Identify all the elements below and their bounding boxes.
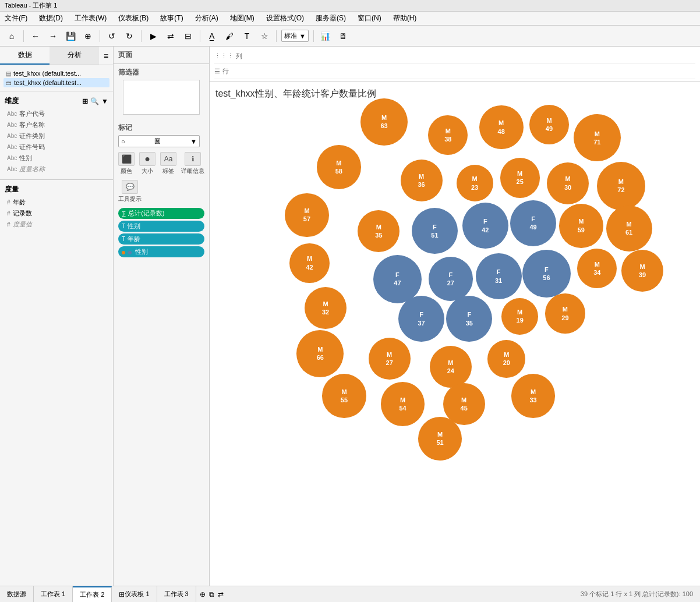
bubble-32[interactable]: M 24 bbox=[430, 346, 472, 388]
tab-worksheet2[interactable]: 工作表 2 bbox=[73, 586, 112, 602]
bubble-20[interactable]: F 27 bbox=[429, 257, 473, 301]
tab-worksheet1[interactable]: 工作表 1 bbox=[34, 586, 73, 602]
bubble-31[interactable]: M 27 bbox=[369, 338, 411, 380]
marks-size-btn[interactable]: ● 大小 bbox=[139, 152, 155, 175]
search-icon[interactable]: 🔍 bbox=[90, 97, 99, 105]
dim-gender[interactable]: Abc 性别 bbox=[2, 153, 111, 164]
device-btn[interactable]: 🖥 bbox=[336, 29, 350, 43]
fit-dropdown[interactable]: 标准 ▼ bbox=[281, 30, 309, 42]
bubble-15[interactable]: F 49 bbox=[510, 200, 556, 246]
bubble-6[interactable]: M 36 bbox=[401, 160, 443, 201]
tab-dashboard1[interactable]: ⊞ 仪表板 1 bbox=[112, 586, 157, 602]
marks-label-btn[interactable]: Aa 标签 bbox=[160, 152, 176, 175]
new-datasource-btn[interactable]: ⊕ bbox=[81, 29, 95, 43]
bubble-29[interactable]: M 29 bbox=[545, 293, 585, 333]
bubble-28[interactable]: M 19 bbox=[501, 298, 538, 335]
dimensions-header[interactable]: 维度 ⊞ 🔍 ▼ bbox=[2, 94, 111, 108]
dim-customer-id[interactable]: Abc 客户代号 bbox=[2, 108, 111, 119]
menu-file[interactable]: 文件(F) bbox=[2, 13, 30, 23]
menu-format[interactable]: 设置格式(O) bbox=[264, 13, 306, 23]
bubble-1[interactable]: M 38 bbox=[428, 115, 468, 155]
bubble-7[interactable]: M 23 bbox=[457, 165, 493, 201]
bubble-12[interactable]: M 35 bbox=[358, 210, 400, 252]
bubble-9[interactable]: M 30 bbox=[547, 162, 589, 204]
bubble-11[interactable]: M 57 bbox=[285, 193, 329, 238]
star-btn[interactable]: ☆ bbox=[257, 29, 271, 43]
save-btn[interactable]: 💾 bbox=[63, 29, 77, 43]
menu-map[interactable]: 地图(M) bbox=[228, 13, 257, 23]
dim-customer-name[interactable]: Abc 客户名称 bbox=[2, 119, 111, 130]
bubble-13[interactable]: F 51 bbox=[412, 208, 458, 254]
bubble-30[interactable]: M 66 bbox=[296, 330, 344, 377]
dim-cert-no[interactable]: Abc 证件号码 bbox=[2, 141, 111, 153]
bubble-16[interactable]: M 59 bbox=[559, 204, 603, 248]
measure-value[interactable]: # 度量值 bbox=[2, 219, 111, 230]
menu-story[interactable]: 故事(T) bbox=[158, 13, 185, 23]
bubble-5[interactable]: M 58 bbox=[317, 145, 361, 189]
bubble-38[interactable]: M 51 bbox=[418, 417, 462, 461]
bubble-0[interactable]: M 63 bbox=[360, 98, 408, 146]
bubble-17[interactable]: M 61 bbox=[606, 206, 652, 252]
marks-tooltip-btn[interactable]: 💬 工具提示 bbox=[118, 180, 142, 203]
tab-worksheet3[interactable]: 工作表 3 bbox=[157, 586, 196, 602]
bubble-25[interactable]: M 32 bbox=[305, 287, 347, 329]
bubble-21[interactable]: F 31 bbox=[476, 253, 522, 299]
marks-type-select[interactable]: ○ 圆 ▼ bbox=[118, 135, 200, 147]
grid-icon[interactable]: ⊞ bbox=[82, 97, 88, 105]
bubble-34[interactable]: M 55 bbox=[322, 374, 366, 418]
measure-records[interactable]: # 记录数 bbox=[2, 208, 111, 219]
measure-age[interactable]: # 年龄 bbox=[2, 197, 111, 208]
tab-datasource[interactable]: 数据源 bbox=[0, 586, 34, 602]
bubble-19[interactable]: F 47 bbox=[373, 255, 422, 303]
bubble-24[interactable]: M 39 bbox=[621, 250, 663, 292]
col-shelf-area[interactable] bbox=[243, 50, 695, 63]
duplicate-sheet-icon[interactable]: ⧉ bbox=[209, 590, 214, 599]
filter-drop-area[interactable] bbox=[123, 80, 200, 115]
menu-analysis[interactable]: 分析(A) bbox=[193, 13, 221, 23]
tab-analysis[interactable]: 分析 bbox=[50, 47, 99, 65]
text-btn[interactable]: T bbox=[240, 29, 254, 43]
bubble-4[interactable]: M 71 bbox=[574, 114, 621, 161]
panel-settings-btn[interactable]: ≡ bbox=[99, 47, 113, 65]
marks-detail-btn[interactable]: ℹ 详细信息 bbox=[181, 152, 204, 175]
bubble-8[interactable]: M 25 bbox=[500, 158, 540, 197]
pill-total-records[interactable]: ∑ 总计(记录数) bbox=[118, 208, 204, 219]
dim-cert-type[interactable]: Abc 证件类别 bbox=[2, 130, 111, 141]
paint-btn[interactable]: 🖌 bbox=[222, 29, 236, 43]
pill-gender-1[interactable]: T 性别 bbox=[118, 221, 204, 232]
bubble-35[interactable]: M 54 bbox=[381, 382, 425, 426]
home-btn[interactable]: ⌂ bbox=[5, 29, 19, 43]
font-btn[interactable]: A̲ bbox=[205, 29, 219, 43]
bubble-23[interactable]: M 34 bbox=[577, 249, 617, 288]
bubble-10[interactable]: M 72 bbox=[597, 162, 645, 210]
menu-dashboard[interactable]: 仪表板(B) bbox=[116, 13, 151, 23]
dim-measure-name[interactable]: Abc 度量名称 bbox=[2, 164, 111, 175]
sort-btn[interactable]: ⊟ bbox=[181, 29, 195, 43]
forward-btn[interactable]: → bbox=[46, 29, 60, 43]
datasource-2[interactable]: 🗃 test_khxx (default.test... bbox=[3, 78, 109, 87]
bubble-37[interactable]: M 33 bbox=[511, 374, 556, 418]
bubble-22[interactable]: F 56 bbox=[522, 250, 571, 298]
row-shelf-area[interactable] bbox=[243, 65, 695, 78]
bubble-2[interactable]: M 48 bbox=[479, 105, 524, 150]
add-sheet-icon[interactable]: ⊕ bbox=[200, 590, 206, 599]
menu-help[interactable]: 帮助(H) bbox=[391, 13, 419, 23]
menu-worksheet[interactable]: 工作表(W) bbox=[72, 13, 109, 23]
bubble-3[interactable]: M 49 bbox=[529, 105, 569, 144]
undo-btn[interactable]: ↺ bbox=[105, 29, 119, 43]
bubble-14[interactable]: F 42 bbox=[462, 203, 508, 249]
tab-data[interactable]: 数据 bbox=[0, 47, 50, 65]
bubble-26[interactable]: F 37 bbox=[398, 296, 444, 342]
run-btn[interactable]: ▶ bbox=[146, 29, 160, 43]
bubble-33[interactable]: M 20 bbox=[487, 340, 525, 378]
bubble-18[interactable]: M 42 bbox=[289, 243, 329, 283]
menu-window[interactable]: 窗口(N) bbox=[355, 13, 384, 23]
back-btn[interactable]: ← bbox=[29, 29, 43, 43]
marks-color-btn[interactable]: ⬛ 颜色 bbox=[118, 152, 135, 175]
pill-age[interactable]: T 年龄 bbox=[118, 233, 204, 245]
menu-data[interactable]: 数据(D) bbox=[37, 13, 65, 23]
redo-btn[interactable]: ↻ bbox=[122, 29, 136, 43]
metrics-btn[interactable]: 📊 bbox=[319, 29, 333, 43]
measures-header[interactable]: 度量 bbox=[2, 182, 111, 197]
pill-gender-2[interactable]: 性别 bbox=[118, 246, 204, 257]
